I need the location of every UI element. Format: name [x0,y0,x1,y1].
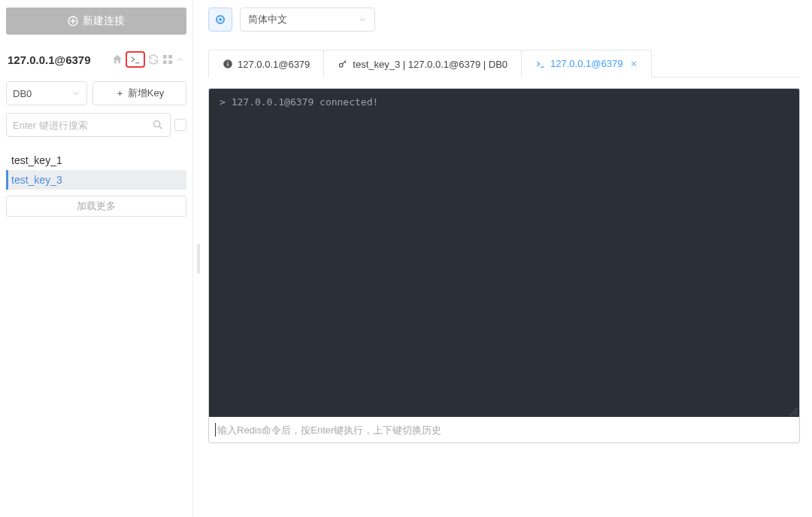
plus-icon: ＋ [115,87,125,100]
new-connection-label: 新建连接 [83,14,125,28]
fuzzy-search-checkbox[interactable] [174,119,186,131]
search-input[interactable] [13,120,152,131]
cli-icon[interactable] [126,51,145,68]
new-connection-button[interactable]: 新建连接 [6,8,186,35]
tab-info[interactable]: 127.0.0.1@6379 [208,50,324,78]
tab-bar: 127.0.0.1@6379 test_key_3 | 127.0.0.1@63… [208,50,651,78]
key-list: test_key_1 test_key_3 [6,151,186,190]
tab-label: 127.0.0.1@6379 [238,59,310,70]
db-select-label: DB0 [13,88,32,99]
add-key-button[interactable]: ＋ 新增Key [92,81,186,105]
svg-rect-2 [168,55,172,59]
refresh-icon[interactable] [147,53,159,65]
radio-dot-icon [216,15,225,24]
text-cursor-icon [215,423,216,436]
tab-cli[interactable]: 127.0.0.1@6379 ✕ [521,50,652,78]
view-mode-radio[interactable] [208,8,232,32]
add-key-label: 新增Key [128,87,164,100]
svg-rect-7 [227,63,228,66]
plus-circle-icon [68,16,78,26]
chevron-down-icon [71,89,80,98]
svg-point-9 [340,63,344,67]
load-more-button[interactable]: 加载更多 [6,196,186,217]
chevron-down-icon [358,15,367,24]
search-icon[interactable] [152,119,164,131]
chevron-up-icon[interactable] [176,55,185,64]
close-icon[interactable]: ✕ [630,59,638,69]
tab-label: test_key_3 | 127.0.0.1@6379 | DB0 [353,59,508,70]
svg-rect-3 [163,60,167,64]
svg-rect-8 [227,62,228,62]
pane-resize-handle[interactable] [193,0,204,517]
terminal-output[interactable]: > 127.0.0.1@6379 connected! [209,89,799,417]
db-select[interactable]: DB0 [6,81,87,105]
resize-grip-icon[interactable] [789,406,798,415]
cli-icon [535,59,546,69]
language-select[interactable]: 简体中文 [240,8,375,32]
info-icon [223,59,233,69]
connection-title: 127.0.0.1@6379 [8,53,111,66]
language-label: 简体中文 [248,13,287,26]
svg-point-5 [154,121,160,127]
svg-rect-1 [163,55,167,59]
key-item[interactable]: test_key_1 [6,151,186,170]
tab-label: 127.0.0.1@6379 [550,58,623,69]
key-item[interactable]: test_key_3 [6,170,186,190]
home-icon[interactable] [111,53,123,65]
grid-icon[interactable] [162,53,174,65]
key-icon [338,59,348,69]
terminal-output-line: > 127.0.0.1@6379 connected! [220,96,378,108]
terminal-input-row [209,417,799,442]
tab-key[interactable]: test_key_3 | 127.0.0.1@6379 | DB0 [323,50,522,78]
terminal-input[interactable] [217,424,793,436]
main-pane: 简体中文 127.0.0.1@6379 test_key_ [204,0,812,517]
svg-rect-4 [168,60,172,64]
search-input-wrap [6,113,171,137]
connection-header: 127.0.0.1@6379 [6,51,186,68]
sidebar: 新建连接 127.0.0.1@6379 [0,0,193,517]
terminal: > 127.0.0.1@6379 connected! [208,88,800,443]
